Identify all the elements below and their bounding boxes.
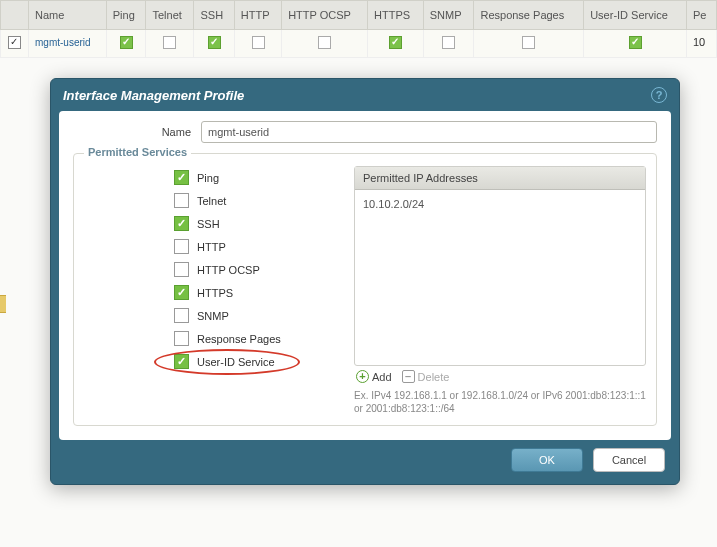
service-label-ping: Ping: [197, 172, 219, 184]
row-name-link[interactable]: mgmt-userid: [35, 37, 91, 48]
service-checkbox-snmp[interactable]: [174, 308, 189, 323]
cell-userid: [629, 36, 642, 49]
dialog-title: Interface Management Profile: [63, 88, 244, 103]
service-checkbox-http_ocsp[interactable]: [174, 262, 189, 277]
cell-response: [522, 36, 535, 49]
service-label-snmp: SNMP: [197, 310, 229, 322]
add-label: Add: [372, 371, 392, 383]
col-trail[interactable]: Pe: [686, 1, 716, 30]
col-httpocsp[interactable]: HTTP OCSP: [282, 1, 368, 30]
service-checkbox-telnet[interactable]: [174, 193, 189, 208]
service-row-telnet: Telnet: [174, 193, 344, 208]
ip-hint-text: Ex. IPv4 192.168.1.1 or 192.168.1.0/24 o…: [354, 389, 646, 415]
col-telnet[interactable]: Telnet: [146, 1, 194, 30]
col-response[interactable]: Response Pages: [474, 1, 584, 30]
col-http[interactable]: HTTP: [234, 1, 281, 30]
col-snmp[interactable]: SNMP: [423, 1, 474, 30]
service-checkbox-response_pages[interactable]: [174, 331, 189, 346]
service-row-response_pages: Response Pages: [174, 331, 344, 346]
name-label: Name: [73, 126, 201, 138]
delete-label: Delete: [418, 371, 450, 383]
service-checkbox-http[interactable]: [174, 239, 189, 254]
cell-trail: 10: [686, 30, 716, 58]
service-row-http: HTTP: [174, 239, 344, 254]
delete-icon: –: [402, 370, 415, 383]
service-row-https: HTTPS: [174, 285, 344, 300]
ip-item[interactable]: 10.10.2.0/24: [363, 196, 637, 212]
add-icon: +: [356, 370, 369, 383]
help-icon[interactable]: ?: [651, 87, 667, 103]
add-ip-button[interactable]: + Add: [356, 370, 392, 383]
service-row-ssh: SSH: [174, 216, 344, 231]
service-label-userid_service: User-ID Service: [197, 356, 275, 368]
ok-button[interactable]: OK: [511, 448, 583, 472]
cell-httpocsp: [318, 36, 331, 49]
cell-ping: [120, 36, 133, 49]
table-row[interactable]: mgmt-userid 10: [1, 30, 717, 58]
service-label-http_ocsp: HTTP OCSP: [197, 264, 260, 276]
delete-ip-button[interactable]: – Delete: [402, 370, 450, 383]
ip-column: Permitted IP Addresses 10.10.2.0/24 + Ad…: [354, 166, 646, 415]
service-label-https: HTTPS: [197, 287, 233, 299]
dialog-header: Interface Management Profile ?: [51, 79, 679, 111]
cell-telnet: [163, 36, 176, 49]
fieldset-legend: Permitted Services: [84, 146, 191, 158]
col-ping[interactable]: Ping: [106, 1, 146, 30]
cell-https: [389, 36, 402, 49]
cancel-button[interactable]: Cancel: [593, 448, 665, 472]
service-checkbox-ping[interactable]: [174, 170, 189, 185]
interface-management-profile-dialog: Interface Management Profile ? Name Perm…: [50, 78, 680, 485]
service-row-http_ocsp: HTTP OCSP: [174, 262, 344, 277]
row-select-checkbox[interactable]: [8, 36, 21, 49]
service-label-http: HTTP: [197, 241, 226, 253]
service-label-ssh: SSH: [197, 218, 220, 230]
col-select: [1, 1, 29, 30]
name-input[interactable]: [201, 121, 657, 143]
service-checkbox-userid_service[interactable]: [174, 354, 189, 369]
cell-http: [252, 36, 265, 49]
service-label-response_pages: Response Pages: [197, 333, 281, 345]
permitted-ip-list[interactable]: Permitted IP Addresses 10.10.2.0/24: [354, 166, 646, 366]
cell-ssh: [208, 36, 221, 49]
permitted-services-fieldset: Permitted Services PingTelnetSSHHTTPHTTP…: [73, 153, 657, 426]
service-checkbox-https[interactable]: [174, 285, 189, 300]
left-edge-marker: [0, 295, 6, 313]
col-ssh[interactable]: SSH: [194, 1, 234, 30]
service-label-telnet: Telnet: [197, 195, 226, 207]
services-column: PingTelnetSSHHTTPHTTP OCSPHTTPSSNMPRespo…: [84, 166, 344, 415]
service-checkbox-ssh[interactable]: [174, 216, 189, 231]
cell-snmp: [442, 36, 455, 49]
service-row-ping: Ping: [174, 170, 344, 185]
ip-list-body[interactable]: 10.10.2.0/24: [355, 190, 645, 365]
service-row-snmp: SNMP: [174, 308, 344, 323]
col-name[interactable]: Name: [29, 1, 107, 30]
profiles-table: Name Ping Telnet SSH HTTP HTTP OCSP HTTP…: [0, 0, 717, 58]
service-row-userid_service: User-ID Service: [174, 354, 344, 369]
table-header-row: Name Ping Telnet SSH HTTP HTTP OCSP HTTP…: [1, 1, 717, 30]
col-userid[interactable]: User-ID Service: [584, 1, 687, 30]
col-https[interactable]: HTTPS: [368, 1, 424, 30]
ip-list-header: Permitted IP Addresses: [355, 167, 645, 190]
